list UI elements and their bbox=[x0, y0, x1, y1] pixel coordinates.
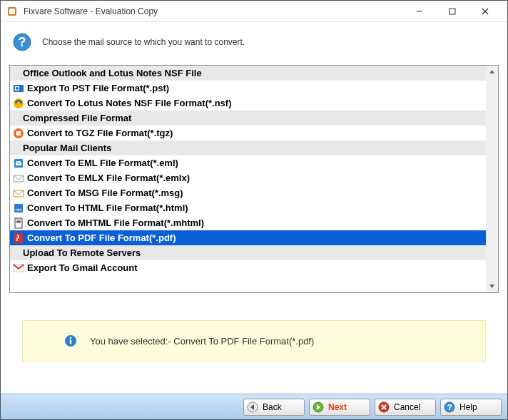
scroll-up-button[interactable] bbox=[486, 66, 498, 78]
svg-rect-24 bbox=[16, 221, 21, 222]
list-item[interactable]: Convert To MSG File Format(*.msg) bbox=[10, 185, 486, 200]
svg-marker-28 bbox=[489, 70, 494, 73]
list-item[interactable]: Export To Gmail Account bbox=[10, 260, 486, 275]
list-group-header: Compressed File Format bbox=[10, 111, 486, 126]
selection-status-text: You have selected:- Convert To PDF File … bbox=[90, 336, 314, 347]
scroll-down-button[interactable] bbox=[486, 280, 498, 292]
next-button[interactable]: Next bbox=[309, 399, 370, 416]
svg-marker-29 bbox=[489, 285, 494, 288]
gmail-icon bbox=[13, 262, 24, 274]
app-icon bbox=[6, 6, 18, 17]
titlebar: Fixvare Software - Evaluation Copy bbox=[1, 1, 507, 22]
list-group-header: Upload To Remote Servers bbox=[10, 245, 486, 260]
svg-text:?: ? bbox=[19, 35, 26, 49]
svg-rect-1 bbox=[9, 9, 15, 14]
list-item-label: Export To Gmail Account bbox=[27, 262, 138, 273]
selection-status-box: You have selected:- Convert To PDF File … bbox=[22, 320, 486, 362]
list-item-label: Convert To PDF File Format(*.pdf) bbox=[27, 232, 176, 243]
pdf-icon bbox=[13, 232, 24, 244]
close-button[interactable] bbox=[469, 1, 502, 22]
msg-icon bbox=[13, 188, 24, 199]
svg-rect-15 bbox=[16, 131, 21, 135]
list-item[interactable]: </>Convert To HTML File Format(*.html) bbox=[10, 200, 486, 215]
svg-point-10 bbox=[16, 87, 19, 90]
cancel-icon bbox=[378, 401, 390, 413]
svg-rect-3 bbox=[449, 9, 455, 14]
mhtml-icon bbox=[13, 217, 24, 229]
svg-rect-25 bbox=[16, 222, 21, 223]
scrollbar[interactable] bbox=[486, 66, 498, 292]
cancel-label: Cancel bbox=[394, 402, 420, 412]
back-label: Back bbox=[263, 402, 282, 412]
list-item-label: Convert To HTML File Format(*.html) bbox=[27, 203, 188, 213]
back-icon bbox=[247, 401, 258, 413]
help-button[interactable]: ? Help bbox=[440, 399, 502, 416]
back-button[interactable]: Back bbox=[243, 399, 305, 416]
eml-icon bbox=[13, 158, 24, 169]
list-item[interactable]: Convert to TGZ File Format(*.tgz) bbox=[10, 126, 486, 140]
maximize-button[interactable] bbox=[436, 1, 469, 22]
list-group-header: Popular Mail Clients bbox=[10, 140, 486, 155]
format-list[interactable]: Office Outlook and Lotus Notes NSF FileE… bbox=[10, 66, 486, 292]
svg-text:?: ? bbox=[447, 403, 452, 411]
list-item-label: Convert To MSG File Format(*.msg) bbox=[27, 188, 183, 198]
list-item-label: Convert To MHTML File Format(*.mhtml) bbox=[27, 217, 204, 228]
list-item-label: Convert To EMLX File Format(*.emlx) bbox=[27, 173, 190, 183]
list-item[interactable]: Convert To MHTML File Format(*.mhtml) bbox=[10, 215, 486, 230]
list-item-label: Convert to TGZ File Format(*.tgz) bbox=[27, 128, 173, 138]
button-bar: Back Next Cancel ? Help bbox=[1, 394, 507, 419]
tgz-icon bbox=[13, 128, 24, 139]
instruction-header: ? Choose the mail source to which you wa… bbox=[1, 22, 507, 65]
cancel-button[interactable]: Cancel bbox=[375, 399, 436, 416]
emlx-icon bbox=[13, 173, 24, 184]
help-label: Help bbox=[459, 402, 477, 412]
app-window: Fixvare Software - Evaluation Copy ? Cho… bbox=[0, 0, 508, 420]
minimize-button[interactable] bbox=[403, 1, 436, 22]
html-icon: </> bbox=[13, 203, 24, 214]
list-item[interactable]: Convert To EML File Format(*.eml) bbox=[10, 155, 486, 170]
svg-point-31 bbox=[70, 337, 72, 339]
list-item-label: Convert To Lotus Notes NSF File Format(*… bbox=[27, 98, 232, 108]
list-item[interactable]: Convert To Lotus Notes NSF File Format(*… bbox=[10, 96, 486, 111]
svg-rect-23 bbox=[16, 220, 21, 220]
list-item-label: Export To PST File Format(*.pst) bbox=[27, 83, 169, 93]
info-icon bbox=[64, 334, 77, 347]
list-item-label: Convert To EML File Format(*.eml) bbox=[27, 158, 178, 168]
list-item[interactable]: Convert To EMLX File Format(*.emlx) bbox=[10, 170, 486, 185]
window-title: Fixvare Software - Evaluation Copy bbox=[24, 6, 403, 16]
next-icon bbox=[313, 401, 324, 413]
format-list-container: Office Outlook and Lotus Notes NSF FileE… bbox=[9, 65, 499, 293]
help-icon: ? bbox=[444, 401, 455, 413]
nsf-icon bbox=[13, 98, 24, 109]
instruction-text: Choose the mail source to which you want… bbox=[42, 37, 245, 47]
next-label: Next bbox=[328, 402, 347, 412]
question-icon: ? bbox=[12, 32, 32, 52]
scroll-thumb[interactable] bbox=[487, 78, 497, 280]
svg-text:</>: </> bbox=[16, 208, 22, 212]
list-item[interactable]: Export To PST File Format(*.pst) bbox=[10, 81, 486, 96]
svg-point-13 bbox=[20, 101, 21, 102]
list-item[interactable]: Convert To PDF File Format(*.pdf) bbox=[10, 230, 486, 245]
list-group-header: Office Outlook and Lotus Notes NSF File bbox=[10, 66, 486, 81]
outlook-icon bbox=[13, 83, 24, 94]
svg-point-12 bbox=[16, 101, 17, 102]
svg-rect-32 bbox=[70, 340, 71, 344]
